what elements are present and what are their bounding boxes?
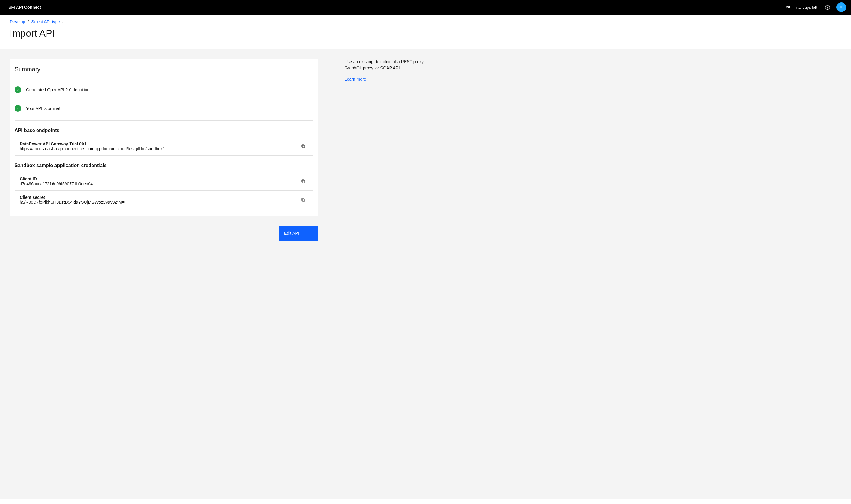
copy-icon bbox=[301, 197, 306, 202]
trial-days-badge: 29 bbox=[784, 4, 792, 10]
endpoints-heading: API base endpoints bbox=[15, 128, 313, 133]
svg-rect-4 bbox=[302, 199, 305, 201]
copy-endpoint-button[interactable] bbox=[298, 141, 308, 151]
client-id-value: d7c496acca17216c99f590771b0eeb04 bbox=[20, 181, 295, 186]
progress-step-label: Generated OpenAPI 2.0 definition bbox=[26, 87, 89, 92]
breadcrumb: Develop / Select API type / bbox=[10, 19, 841, 24]
trial-days-label: Trial days left bbox=[794, 5, 817, 10]
breadcrumb-develop[interactable]: Develop bbox=[10, 19, 25, 24]
page-title: Import API bbox=[10, 28, 841, 39]
copy-client-id-button[interactable] bbox=[298, 177, 308, 186]
summary-card: Summary Generated OpenAPI 2.0 definition… bbox=[10, 59, 318, 216]
page-heading-area: Develop / Select API type / Import API bbox=[0, 15, 851, 49]
checkmark-icon bbox=[15, 105, 21, 112]
divider bbox=[15, 120, 313, 121]
brand-product: API Connect bbox=[16, 5, 41, 10]
client-secret-box: Client secret h5/R00D7fePlkhSH9BztD94lda… bbox=[15, 191, 313, 209]
breadcrumb-select-api-type[interactable]: Select API type bbox=[31, 19, 60, 24]
endpoint-value: https://api.us-east-a.apiconnect.test.ib… bbox=[20, 146, 295, 151]
client-id-label: Client ID bbox=[20, 177, 295, 181]
breadcrumb-separator: / bbox=[28, 19, 29, 24]
copy-client-secret-button[interactable] bbox=[298, 195, 308, 204]
brand: IBM API Connect bbox=[7, 5, 41, 10]
user-avatar[interactable]: JL bbox=[836, 2, 846, 12]
learn-more-link[interactable]: Learn more bbox=[345, 77, 366, 82]
client-secret-value: h5/R00D7fePlkhSH9BztD94ldaYSUjMGWoz3Vav9… bbox=[20, 200, 295, 204]
progress-steps: Generated OpenAPI 2.0 definition Your AP… bbox=[15, 78, 313, 120]
page-body: Summary Generated OpenAPI 2.0 definition… bbox=[0, 49, 851, 499]
action-bar: Edit API bbox=[10, 226, 318, 240]
svg-point-1 bbox=[827, 8, 828, 9]
checkmark-icon bbox=[15, 86, 21, 93]
main-column: Summary Generated OpenAPI 2.0 definition… bbox=[10, 59, 330, 240]
edit-api-button[interactable]: Edit API bbox=[279, 226, 318, 240]
svg-rect-3 bbox=[302, 180, 305, 183]
summary-heading: Summary bbox=[15, 66, 313, 73]
client-secret-label: Client secret bbox=[20, 195, 295, 200]
endpoint-label: DataPower API Gateway Trial 001 bbox=[20, 141, 295, 146]
breadcrumb-separator: / bbox=[62, 19, 64, 24]
progress-step-label: Your API is online! bbox=[26, 106, 60, 111]
help-sidebar: Use an existing definition of a REST pro… bbox=[345, 59, 435, 83]
endpoint-box: DataPower API Gateway Trial 001 https://… bbox=[15, 137, 313, 156]
svg-rect-2 bbox=[302, 145, 305, 148]
global-header: IBM API Connect 29 Trial days left JL bbox=[0, 0, 851, 15]
copy-icon bbox=[301, 179, 306, 184]
progress-step: Generated OpenAPI 2.0 definition bbox=[15, 85, 313, 94]
progress-step: Your API is online! bbox=[15, 104, 313, 113]
brand-prefix: IBM bbox=[7, 5, 16, 10]
help-text: Use an existing definition of a REST pro… bbox=[345, 59, 435, 71]
credentials-heading: Sandbox sample application credentials bbox=[15, 163, 313, 168]
copy-icon bbox=[301, 144, 306, 149]
client-id-box: Client ID d7c496acca17216c99f590771b0eeb… bbox=[15, 172, 313, 191]
help-icon[interactable] bbox=[825, 4, 830, 10]
